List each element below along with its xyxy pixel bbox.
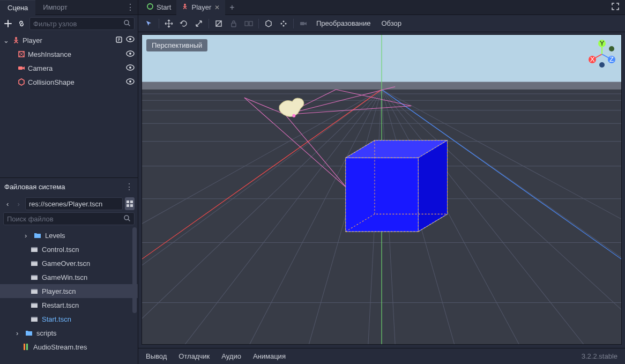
folder-icon <box>25 329 33 337</box>
svg-point-41 <box>283 25 285 26</box>
visibility-icon[interactable] <box>126 50 135 58</box>
fs-item-label: Restart.tscn <box>42 301 135 309</box>
svg-rect-23 <box>31 275 38 276</box>
fs-file-row[interactable]: Player.tscn <box>0 284 138 298</box>
resource-file-icon <box>21 343 30 351</box>
toggle-view-button[interactable] <box>125 197 135 210</box>
camera-preview-button[interactable] <box>296 17 311 30</box>
fs-item-label: Player.tscn <box>42 287 135 295</box>
close-tab-icon[interactable]: ✕ <box>214 4 220 11</box>
svg-point-39 <box>283 20 285 22</box>
viewport-toolbar: Преобразование Обзор <box>138 15 625 32</box>
link-node-button[interactable] <box>17 18 27 29</box>
lock-button[interactable] <box>226 17 241 30</box>
bottom-tab-audio[interactable]: Аудио <box>221 352 241 360</box>
svg-rect-27 <box>31 303 38 304</box>
svg-rect-30 <box>24 344 25 350</box>
svg-rect-21 <box>31 261 38 262</box>
scene-file-icon <box>30 315 39 323</box>
visibility-icon[interactable] <box>126 36 135 45</box>
tree-node[interactable]: CollisionShape <box>0 75 138 89</box>
view-menu-button[interactable]: Обзор <box>376 19 407 27</box>
svg-point-12 <box>129 80 131 83</box>
tree-node-label: CollisionShape <box>28 78 124 86</box>
svg-point-90 <box>292 114 295 117</box>
scene-tree: ⌄ Player <box>0 32 138 177</box>
fs-file-row[interactable]: GameWin.tscn <box>0 270 138 284</box>
fs-file-row[interactable]: Control.tscn <box>0 242 138 256</box>
tree-node-root[interactable]: ⌄ Player <box>0 33 138 47</box>
select-tool-button[interactable] <box>142 17 157 30</box>
perspective-badge[interactable]: Перспективный <box>146 39 207 51</box>
back-button[interactable]: ‹ <box>3 198 12 210</box>
add-scene-tab-button[interactable]: + <box>225 3 239 12</box>
svg-rect-13 <box>127 200 129 203</box>
fs-folder-row[interactable]: › scripts <box>0 326 138 340</box>
svg-point-50 <box>599 62 605 68</box>
move-tool-button[interactable] <box>161 17 176 30</box>
group-button[interactable] <box>241 17 256 30</box>
fs-item-label: AudioStream.tres <box>33 343 135 351</box>
transform-menu-button[interactable]: Преобразование <box>311 19 376 27</box>
bottom-tab-debugger[interactable]: Отладчик <box>178 352 210 360</box>
filesystem-search-input[interactable] <box>7 215 123 223</box>
scene-tab[interactable]: Start <box>142 0 176 15</box>
visibility-icon[interactable] <box>126 78 135 86</box>
filesystem-path-input[interactable] <box>25 197 123 210</box>
fs-file-row[interactable]: AudioStream.tres <box>0 340 138 354</box>
visibility-icon[interactable] <box>126 64 135 72</box>
tab-scene[interactable]: Сцена <box>0 0 35 15</box>
search-icon <box>123 19 131 28</box>
version-label: 3.2.2.stable <box>582 352 617 360</box>
filesystem-scrollbar[interactable] <box>132 227 137 364</box>
svg-text:X: X <box>590 55 595 63</box>
svg-point-7 <box>129 53 131 55</box>
filesystem-search-row <box>0 212 138 227</box>
rotate-tool-button[interactable] <box>176 17 191 30</box>
folder-icon <box>33 231 42 240</box>
svg-text:Z: Z <box>609 55 614 63</box>
svg-point-32 <box>147 4 153 9</box>
add-node-button[interactable] <box>3 18 13 29</box>
filesystem-panel: Файловая система ⋮ ‹ › <box>0 178 138 364</box>
scale-tool-button[interactable] <box>191 17 206 30</box>
scene-filter-input[interactable] <box>33 20 123 28</box>
scene-panel: Сцена Импорт ⋮ <box>0 0 138 178</box>
bottom-tab-output[interactable]: Вывод <box>146 352 167 360</box>
tab-import[interactable]: Импорт <box>35 0 75 15</box>
bottom-tab-animation[interactable]: Анимация <box>253 352 286 360</box>
tree-node[interactable]: Camera <box>0 61 138 75</box>
svg-marker-91 <box>346 158 419 232</box>
filesystem-menu-icon[interactable]: ⋮ <box>125 182 133 192</box>
tree-node-label: MeshInstance <box>28 50 124 58</box>
svg-rect-14 <box>130 200 133 203</box>
player-cube <box>346 140 448 232</box>
collapse-icon[interactable]: ⌄ <box>3 36 10 44</box>
scene-file-icon <box>30 287 39 295</box>
script-icon[interactable] <box>115 36 123 45</box>
forward-button[interactable]: › <box>14 198 24 210</box>
axis-gizmo[interactable]: X Y Z <box>587 39 617 69</box>
svg-rect-16 <box>130 204 133 207</box>
distraction-free-icon[interactable] <box>609 2 622 12</box>
local-space-button[interactable] <box>211 17 226 30</box>
fs-folder-row[interactable]: › Levels <box>0 228 138 242</box>
scene-file-icon <box>30 259 39 268</box>
viewport-3d[interactable]: Перспективный X Y Z <box>142 34 622 345</box>
svg-point-38 <box>281 23 282 24</box>
fs-file-row[interactable]: Restart.tscn <box>0 298 138 312</box>
scene-tab[interactable]: Player ✕ <box>176 0 225 15</box>
fs-item-label: GameOver.tscn <box>42 259 135 268</box>
svg-point-49 <box>609 46 614 51</box>
scene-tabs-bar: Start Player ✕ + <box>138 0 625 15</box>
scene-panel-menu-icon[interactable]: ⋮ <box>126 2 135 12</box>
fs-file-row[interactable]: Start.tscn <box>0 312 138 326</box>
snap-button[interactable] <box>261 17 276 30</box>
snap-settings-button[interactable] <box>276 17 291 30</box>
fs-file-row[interactable]: GameOver.tscn <box>0 256 138 270</box>
scene-file-icon <box>30 245 39 254</box>
chevron-right-icon[interactable]: › <box>25 232 30 240</box>
tree-node[interactable]: MeshInstance <box>0 47 138 61</box>
chevron-right-icon[interactable]: › <box>16 329 21 337</box>
fs-item-label: Start.tscn <box>42 315 135 323</box>
